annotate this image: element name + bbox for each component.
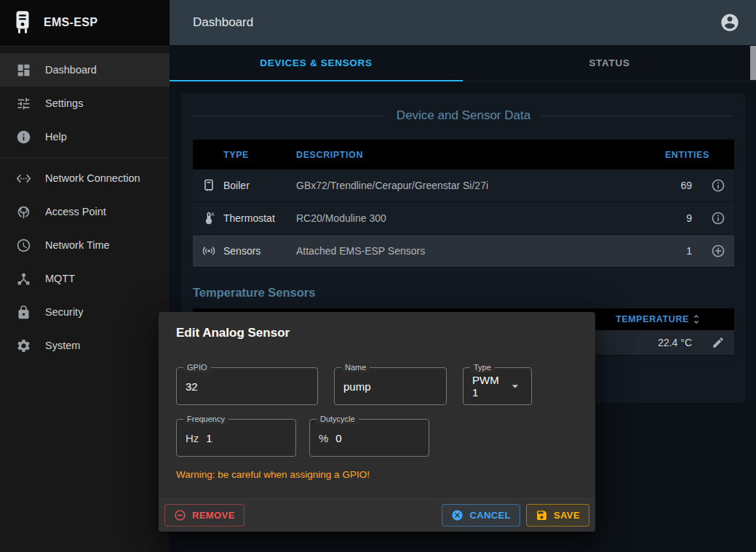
remove-button-label: REMOVE bbox=[192, 510, 235, 521]
sidebar-item-dashboard[interactable]: Dashboard bbox=[0, 53, 170, 87]
sidebar-nav: Dashboard Settings Help Network Connec bbox=[0, 45, 170, 362]
cancel-button[interactable]: CANCEL bbox=[442, 504, 520, 527]
device-table: TYPE DESCRIPTION ENTITIES Boiler GBx72/T… bbox=[193, 140, 734, 268]
sidebar-item-mqtt[interactable]: MQTT bbox=[0, 262, 170, 295]
sidebar-divider bbox=[0, 157, 170, 158]
sidebar-item-network-connection[interactable]: Network Connection bbox=[0, 161, 170, 195]
dutycycle-unit-adornment: % bbox=[319, 432, 328, 444]
frequency-field-value: 1 bbox=[206, 432, 212, 444]
table-row-sensors[interactable]: Sensors Attached EMS-ESP Sensors 1 bbox=[193, 235, 734, 268]
sidebar-item-label: Help bbox=[45, 131, 67, 143]
device-entities-count: 69 bbox=[680, 180, 702, 191]
lock-icon bbox=[16, 305, 31, 320]
sidebar-item-network-time[interactable]: Network Time bbox=[0, 228, 170, 262]
tab-bar: DEVICES & SENSORS STATUS bbox=[170, 45, 756, 81]
cancel-button-label: CANCEL bbox=[469, 510, 511, 521]
sidebar-item-settings[interactable]: Settings bbox=[0, 87, 170, 120]
type-select[interactable]: Type PWM 1 bbox=[463, 367, 532, 405]
frequency-field[interactable]: Frequency Hz 1 bbox=[176, 419, 296, 457]
sidebar-item-label: MQTT bbox=[45, 273, 75, 284]
remove-button[interactable]: REMOVE bbox=[164, 504, 244, 527]
type-select-label: Type bbox=[470, 363, 495, 372]
device-description: GBx72/Trendline/Cerapur/Greenstar Si/27i bbox=[296, 180, 644, 191]
sort-icon bbox=[691, 313, 702, 325]
device-description: RC20/Moduline 300 bbox=[296, 212, 644, 224]
dialog-title: Edit Analog Sensor bbox=[159, 312, 595, 340]
table-row-boiler[interactable]: Boiler GBx72/Trendline/Cerapur/Greenstar… bbox=[193, 169, 734, 202]
dutycycle-field-value: 0 bbox=[335, 432, 341, 444]
screen: EMS-ESP Dashboard Settings Help bbox=[0, 0, 756, 552]
scrollbar[interactable] bbox=[750, 45, 756, 552]
frequency-field-label: Frequency bbox=[183, 415, 228, 424]
edit-analog-sensor-dialog: Edit Analog Sensor GPIO 32 Name pump Typ… bbox=[159, 312, 595, 532]
sidebar-item-label: Access Point bbox=[45, 206, 106, 217]
sidebar-item-label: Dashboard bbox=[45, 64, 97, 76]
temperature-section-title: Temperature Sensors bbox=[193, 286, 315, 300]
thermostat-icon: A bbox=[202, 211, 216, 225]
tab-status[interactable]: STATUS bbox=[463, 45, 756, 81]
dutycycle-field[interactable]: Dutycycle % 0 bbox=[309, 419, 429, 457]
info-circle-icon[interactable] bbox=[711, 211, 725, 225]
gpio-field[interactable]: GPIO 32 bbox=[176, 367, 318, 405]
divider-line bbox=[193, 116, 385, 116]
sidebar-item-label: Security bbox=[45, 306, 83, 318]
info-icon bbox=[16, 129, 31, 145]
column-header-entities: ENTITIES bbox=[665, 150, 734, 160]
name-field-label: Name bbox=[341, 363, 370, 372]
wifi-tethering-icon bbox=[16, 204, 31, 220]
frequency-unit-adornment: Hz bbox=[186, 432, 199, 444]
section-heading: Device and Sensor Data bbox=[193, 108, 734, 124]
account-circle-icon[interactable] bbox=[720, 12, 740, 33]
column-header-label: TEMPERATURE bbox=[616, 314, 689, 324]
info-circle-icon[interactable] bbox=[711, 178, 725, 193]
column-header-description: DESCRIPTION bbox=[296, 150, 644, 160]
device-type: Boiler bbox=[223, 180, 296, 191]
sidebar-item-security[interactable]: Security bbox=[0, 295, 170, 329]
svg-text:A: A bbox=[211, 212, 215, 217]
boiler-icon bbox=[202, 178, 216, 193]
tune-icon bbox=[16, 96, 31, 111]
ethernet-icon bbox=[16, 171, 31, 186]
chevron-down-icon bbox=[508, 379, 522, 393]
sidebar-item-help[interactable]: Help bbox=[0, 120, 170, 153]
sidebar-item-label: Network Time bbox=[45, 239, 110, 251]
cancel-icon bbox=[451, 509, 463, 521]
type-select-value: PWM 1 bbox=[472, 374, 508, 399]
add-circle-icon[interactable] bbox=[711, 244, 725, 258]
temperature-value: 22.4 °C bbox=[658, 337, 702, 348]
name-field-value: pump bbox=[343, 380, 371, 393]
gpio-field-value: 32 bbox=[186, 380, 198, 393]
dialog-footer: REMOVE CANCEL SAVE bbox=[159, 498, 595, 532]
column-header-type: TYPE bbox=[223, 150, 296, 160]
save-button-label: SAVE bbox=[554, 510, 580, 521]
save-icon bbox=[536, 509, 548, 521]
tab-label: STATUS bbox=[589, 57, 629, 68]
sensors-icon bbox=[202, 244, 216, 258]
divider-line bbox=[542, 116, 734, 116]
sidebar-header: EMS-ESP bbox=[0, 0, 170, 45]
appbar: Dashboard bbox=[170, 0, 756, 45]
device-table-header: TYPE DESCRIPTION ENTITIES bbox=[193, 140, 734, 169]
section-title: Device and Sensor Data bbox=[397, 108, 530, 123]
remove-circle-icon bbox=[174, 509, 186, 521]
sidebar-item-access-point[interactable]: Access Point bbox=[0, 195, 170, 228]
sidebar-item-system[interactable]: System bbox=[0, 329, 170, 362]
table-row-thermostat[interactable]: A Thermostat RC20/Moduline 300 9 bbox=[193, 202, 734, 235]
tab-devices-sensors[interactable]: DEVICES & SENSORS bbox=[170, 45, 463, 81]
gpio-warning-text: Warning: be careful when assigning a GPI… bbox=[176, 469, 370, 480]
boiler-logo-icon bbox=[12, 10, 33, 35]
sidebar-item-label: System bbox=[45, 340, 80, 351]
column-header-temperature[interactable]: TEMPERATURE bbox=[616, 313, 702, 325]
device-hub-icon bbox=[16, 271, 31, 287]
name-field[interactable]: Name pump bbox=[334, 367, 447, 405]
device-type: Sensors bbox=[223, 245, 296, 257]
sidebar: EMS-ESP Dashboard Settings Help bbox=[0, 0, 170, 552]
scrollbar-thumb[interactable] bbox=[750, 46, 756, 80]
save-button[interactable]: SAVE bbox=[526, 504, 589, 527]
gear-icon bbox=[16, 338, 31, 353]
app-title: EMS-ESP bbox=[44, 16, 98, 29]
gpio-field-label: GPIO bbox=[183, 363, 211, 372]
dashboard-icon bbox=[16, 63, 31, 78]
edit-icon[interactable] bbox=[712, 336, 725, 349]
tab-label: DEVICES & SENSORS bbox=[260, 57, 372, 68]
